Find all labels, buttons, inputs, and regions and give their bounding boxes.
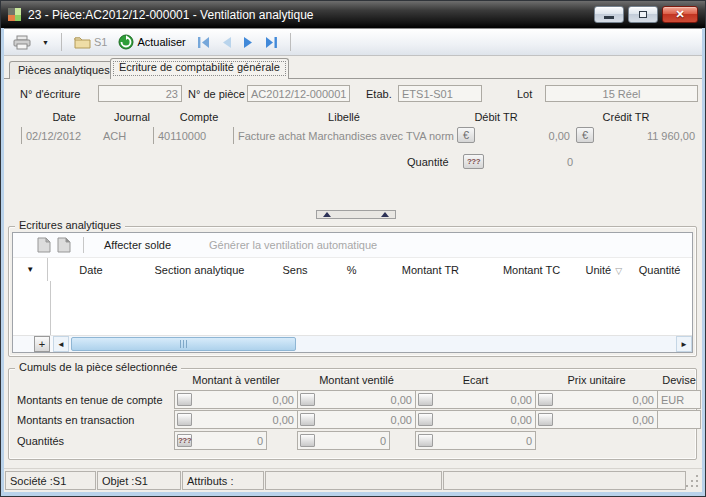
entry-journal-field[interactable]: ACH xyxy=(99,127,153,144)
detail-button[interactable] xyxy=(418,413,433,426)
tenue-prix-unitaire-cell[interactable]: 0,00 xyxy=(535,390,658,409)
quantite-field[interactable]: 0 xyxy=(486,154,654,169)
cumuls-title: Cumuls de la pièce sélectionnée xyxy=(15,361,181,373)
col-montant-ventile: Montant ventilé xyxy=(297,374,416,386)
col-ecart: Ecart xyxy=(415,374,536,386)
affecter-solde-button[interactable]: Affecter solde xyxy=(94,237,181,253)
credit-currency-button[interactable]: € xyxy=(576,127,594,143)
quantites-cell-1[interactable]: ???0 xyxy=(174,431,267,450)
restore-button[interactable] xyxy=(628,6,658,23)
tenue-montant-ventile-cell[interactable]: 0,00 xyxy=(297,390,416,409)
transaction-ecart-cell[interactable]: 0,00 xyxy=(415,410,536,429)
generer-ventilation-button[interactable]: Générer la ventilation automatique xyxy=(199,237,387,253)
grid-col-quantite[interactable]: Quantité xyxy=(627,264,692,276)
resize-grip[interactable] xyxy=(687,471,701,490)
document-action-icon[interactable] xyxy=(37,237,51,253)
detail-button[interactable] xyxy=(300,413,315,426)
hscrollbar-track[interactable] xyxy=(69,336,676,352)
printer-icon xyxy=(13,35,31,50)
quantite-unit-button[interactable]: ??? xyxy=(463,154,484,169)
entry-line: 02/12/2012 ACH 40110000 Facture achat Ma… xyxy=(21,127,457,144)
col-prix-unitaire: Prix unitaire xyxy=(535,374,658,386)
etablissement-label: Etab. xyxy=(366,88,392,100)
print-button[interactable] xyxy=(10,33,34,52)
close-button[interactable]: ✕ xyxy=(662,6,698,23)
quantites-cell-3[interactable]: 0 xyxy=(415,431,536,450)
analytic-grid-body[interactable] xyxy=(13,281,692,335)
nav-last-icon xyxy=(264,36,279,49)
grid-col-date[interactable]: Date xyxy=(48,264,133,276)
detail-button[interactable] xyxy=(177,413,192,426)
piece-number-field[interactable]: AC2012/12-000001 xyxy=(247,85,350,102)
nav-first-button[interactable] xyxy=(194,35,213,50)
entry-date-field[interactable]: 02/12/2012 xyxy=(21,127,99,144)
selector-dropdown-icon: ▼ xyxy=(26,265,34,274)
tab-strip: Pièces analytiques Ecriture de comptabil… xyxy=(4,56,702,79)
lot-label: Lot xyxy=(517,88,532,100)
entry-libelle-field[interactable]: Facture achat Marchandises avec TVA norm xyxy=(233,127,457,144)
transaction-prix-unitaire-cell[interactable]: 0,00 xyxy=(535,410,658,429)
nav-previous-button[interactable] xyxy=(218,35,235,50)
analytic-grid-header: ▼ Date Section analytique Sens % Montant… xyxy=(13,258,692,281)
add-row-button[interactable]: + xyxy=(34,336,50,352)
entry-header-form: N° d'écriture 23 N° de pièce AC2012/12-0… xyxy=(4,79,702,221)
col-credit-label: Crédit TR xyxy=(582,111,670,123)
entry-credit-field[interactable]: 11 960,00 xyxy=(595,127,698,144)
grid-col-montant-tr[interactable]: Montant TR xyxy=(379,264,483,276)
detail-button[interactable] xyxy=(177,393,192,406)
entry-compte-field[interactable]: 40110000 xyxy=(153,127,233,144)
entry-debit-field[interactable]: 0,00 xyxy=(477,127,573,144)
grid-col-sens[interactable]: Sens xyxy=(265,264,324,276)
col-debit-label: Débit TR xyxy=(452,111,540,123)
detail-button[interactable] xyxy=(418,393,433,406)
status-bar: Société :S1 Objet :S1 Attributs : xyxy=(4,468,702,492)
tab-ecriture-comptabilite[interactable]: Ecriture de comptabilité générale xyxy=(110,58,289,79)
euro-icon: € xyxy=(463,129,469,141)
cumuls-group: Cumuls de la pièce sélectionnée Montant … xyxy=(8,368,697,460)
detail-button[interactable] xyxy=(538,413,553,426)
tenue-devise-cell[interactable]: EUR xyxy=(657,390,701,409)
transaction-montant-ventile-cell[interactable]: 0,00 xyxy=(297,410,416,429)
minimize-button[interactable] xyxy=(594,6,624,23)
application-window: 23 - Pièce:AC2012/12-000001 - Ventilatio… xyxy=(0,0,706,497)
col-devise: Devise xyxy=(657,374,701,386)
tenue-montant-a-ventiler-cell[interactable]: 0,00 xyxy=(174,390,298,409)
grid-col-montant-tc[interactable]: Montant TC xyxy=(482,264,580,276)
row-selector-column xyxy=(13,281,51,335)
grid-col-percent[interactable]: % xyxy=(325,264,379,276)
unknown-unit-button[interactable]: ??? xyxy=(177,434,192,447)
nav-next-icon xyxy=(242,36,255,49)
filter-funnel-icon: ▽ xyxy=(615,266,622,276)
nav-last-button[interactable] xyxy=(262,35,281,50)
etablissement-field[interactable]: ETS1-S01 xyxy=(398,85,482,102)
tenue-ecart-cell[interactable]: 0,00 xyxy=(415,390,536,409)
tab-pieces-analytiques[interactable]: Pièces analytiques xyxy=(9,61,119,79)
folder-button[interactable]: S1 xyxy=(71,33,110,51)
piece-number-label: N° de pièce xyxy=(188,88,245,100)
scroll-right-button[interactable]: ► xyxy=(676,336,692,352)
document-action-icon[interactable] xyxy=(57,237,71,253)
ecriture-number-field[interactable]: 23 xyxy=(98,85,182,102)
detail-button[interactable] xyxy=(300,434,315,447)
quantites-cell-2[interactable]: 0 xyxy=(297,431,390,450)
refresh-label: Actualiser xyxy=(137,36,185,48)
grid-col-section-analytique[interactable]: Section analytique xyxy=(134,264,266,276)
nav-next-button[interactable] xyxy=(240,35,257,50)
client-area: ▼ S1 Actualiser xyxy=(4,28,702,492)
transaction-devise-cell[interactable] xyxy=(657,410,701,429)
toolbar-separator xyxy=(61,33,62,51)
title-bar[interactable]: 23 - Pièce:AC2012/12-000001 - Ventilatio… xyxy=(1,1,705,28)
grid-col-unite[interactable]: Unité▽ xyxy=(581,264,627,276)
splitter-handle[interactable] xyxy=(316,210,396,219)
row-selector-header[interactable]: ▼ xyxy=(13,258,48,281)
detail-button[interactable] xyxy=(300,393,315,406)
debit-currency-button[interactable]: € xyxy=(457,127,475,143)
refresh-button[interactable]: Actualiser xyxy=(115,32,188,52)
detail-button[interactable] xyxy=(538,393,553,406)
detail-button[interactable] xyxy=(418,434,433,447)
print-options-dropdown[interactable]: ▼ xyxy=(39,37,52,48)
transaction-montant-a-ventiler-cell[interactable]: 0,00 xyxy=(174,410,298,429)
hscrollbar-thumb[interactable] xyxy=(71,337,296,351)
scroll-left-button[interactable]: ◄ xyxy=(53,336,69,352)
lot-field[interactable]: 15 Réel xyxy=(545,85,698,102)
